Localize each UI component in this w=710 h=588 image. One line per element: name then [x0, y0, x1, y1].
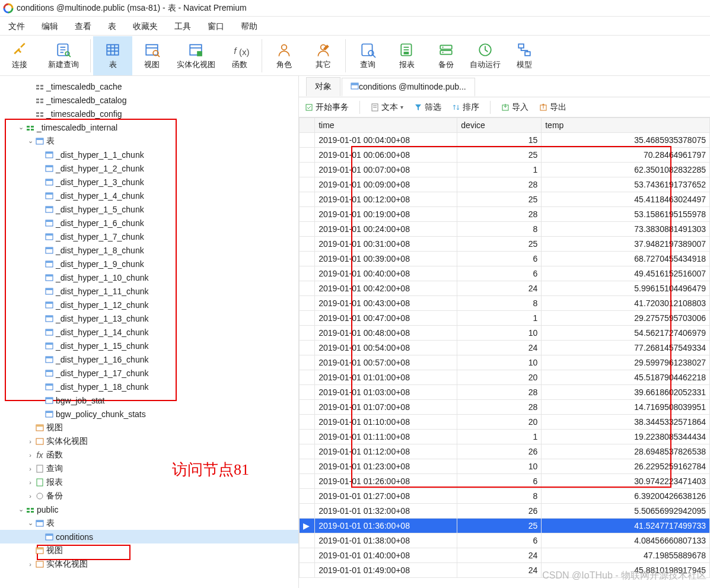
- table-row[interactable]: 2019-01-01 01:11:00+08119.2238085344434: [300, 430, 710, 444]
- schema-internal[interactable]: ⌄_timescaledb_internal: [0, 120, 298, 134]
- public-tables-folder[interactable]: ⌄表: [0, 516, 298, 530]
- filter-button[interactable]: 筛选: [412, 102, 444, 113]
- table-row[interactable]: 2019-01-01 00:24:00+08873.3830881491303: [300, 222, 710, 237]
- text-button[interactable]: 文本▾: [368, 102, 406, 113]
- sort-button[interactable]: 排序: [450, 102, 482, 113]
- object-tree[interactable]: 访问节点81 _timescaledb_cache_timescaledb_ca…: [0, 76, 299, 588]
- table-row[interactable]: 2019-01-01 00:06:00+082570.28464961797: [300, 148, 710, 163]
- table-_dist_hyper_1_9_chunk[interactable]: _dist_hyper_1_9_chunk: [0, 257, 298, 271]
- toolbar-other[interactable]: 其它: [304, 36, 343, 75]
- table-row[interactable]: 2019-01-01 00:07:00+08162.3501082832285: [300, 163, 710, 177]
- begin-transaction-button[interactable]: 开始事务: [303, 102, 351, 113]
- table-row[interactable]: 2019-01-01 01:23:00+081026.2295259162784: [300, 459, 710, 474]
- table-row[interactable]: 2019-01-01 00:19:00+082853.1586195155978: [300, 207, 710, 222]
- toolbar-newquery[interactable]: 新建查询: [39, 36, 88, 75]
- tables-folder[interactable]: ⌄表: [0, 134, 298, 148]
- table-row[interactable]: 2019-01-01 00:39:00+08668.7270455434918: [300, 252, 710, 266]
- table-row[interactable]: 2019-01-01 00:31:00+082537.9482197389007: [300, 237, 710, 252]
- table-_dist_hyper_1_5_chunk[interactable]: _dist_hyper_1_5_chunk: [0, 202, 298, 216]
- table-row[interactable]: 2019-01-01 00:42:00+08245.99615104496479: [300, 281, 710, 296]
- menubar[interactable]: 文件编辑查看表收藏夹工具窗口帮助: [0, 17, 710, 36]
- menu-窗口[interactable]: 窗口: [199, 17, 233, 36]
- table-row[interactable]: 2019-01-01 01:49:00+082445.8810198917945: [300, 563, 710, 578]
- menu-文件[interactable]: 文件: [0, 17, 33, 36]
- toolbar-matview[interactable]: 实体化视图: [171, 36, 220, 75]
- table-_dist_hyper_1_3_chunk[interactable]: _dist_hyper_1_3_chunk: [0, 175, 298, 189]
- schema-_timescaledb_cache[interactable]: _timescaledb_cache: [0, 80, 298, 93]
- table-row[interactable]: 2019-01-01 00:40:00+08649.4516152516007: [300, 266, 710, 281]
- table-row[interactable]: ▶2019-01-01 01:36:00+082541.524771749973…: [300, 519, 710, 533]
- data-grid[interactable]: timedevicetemp2019-01-01 00:04:00+081535…: [299, 117, 710, 588]
- public-matviews[interactable]: ›实体化视图: [0, 557, 298, 571]
- table-conditions[interactable]: conditions: [0, 530, 298, 543]
- table-_dist_hyper_1_7_chunk[interactable]: _dist_hyper_1_7_chunk: [0, 230, 298, 243]
- tab-conditions[interactable]: conditions @multinode.pub...: [342, 78, 475, 97]
- toolbar-query[interactable]: 查询: [348, 36, 387, 75]
- menu-编辑[interactable]: 编辑: [33, 17, 66, 36]
- export-button[interactable]: 导出: [537, 102, 569, 113]
- matviews-folder[interactable]: ›实体化视图: [0, 434, 298, 448]
- schema-_timescaledb_catalog[interactable]: _timescaledb_catalog: [0, 93, 298, 107]
- table-_dist_hyper_1_10_chunk[interactable]: _dist_hyper_1_10_chunk: [0, 271, 298, 284]
- import-button[interactable]: 导入: [499, 102, 531, 113]
- table-_dist_hyper_1_12_chunk[interactable]: _dist_hyper_1_12_chunk: [0, 298, 298, 312]
- table-row[interactable]: 2019-01-01 00:54:00+082477.2681457549334: [300, 341, 710, 355]
- menu-表[interactable]: 表: [100, 17, 125, 36]
- table-row[interactable]: 2019-01-01 01:26:00+08630.9742223471403: [300, 474, 710, 489]
- table-_dist_hyper_1_4_chunk[interactable]: _dist_hyper_1_4_chunk: [0, 189, 298, 202]
- table-_dist_hyper_1_15_chunk[interactable]: _dist_hyper_1_15_chunk: [0, 339, 298, 352]
- table-_dist_hyper_1_18_chunk[interactable]: _dist_hyper_1_18_chunk: [0, 380, 298, 393]
- table-row[interactable]: 2019-01-01 01:03:00+082839.6618602052331: [300, 385, 710, 400]
- toolbar-model[interactable]: 模型: [505, 36, 544, 75]
- tab-objects[interactable]: 对象: [306, 77, 340, 96]
- table-row[interactable]: 2019-01-01 00:43:00+08841.7203012108803: [300, 296, 710, 311]
- table-row[interactable]: 2019-01-01 01:07:00+082814.7169508039951: [300, 400, 710, 415]
- table-row[interactable]: 2019-01-01 00:57:00+081029.5997961238027: [300, 355, 710, 370]
- schema-_timescaledb_config[interactable]: _timescaledb_config: [0, 107, 298, 120]
- table-row[interactable]: 2019-01-01 00:09:00+082853.7436191737652: [300, 177, 710, 192]
- queries-folder[interactable]: ›查询: [0, 462, 298, 475]
- schema-public[interactable]: ⌄public: [0, 503, 298, 516]
- toolbar-report[interactable]: 报表: [387, 36, 426, 75]
- table-_dist_hyper_1_8_chunk[interactable]: _dist_hyper_1_8_chunk: [0, 243, 298, 257]
- public-views[interactable]: 视图: [0, 543, 298, 557]
- table-row[interactable]: 2019-01-01 00:48:00+081054.5621727406979: [300, 326, 710, 341]
- table-row[interactable]: 2019-01-01 01:10:00+082038.3445332571864: [300, 415, 710, 430]
- menu-收藏夹[interactable]: 收藏夹: [125, 17, 166, 36]
- table-row[interactable]: 2019-01-01 01:01:00+082045.5187904462218: [300, 370, 710, 385]
- table-_dist_hyper_1_11_chunk[interactable]: _dist_hyper_1_11_chunk: [0, 284, 298, 298]
- table-_dist_hyper_1_16_chunk[interactable]: _dist_hyper_1_16_chunk: [0, 352, 298, 366]
- col-temp[interactable]: temp: [542, 118, 710, 133]
- col-time[interactable]: time: [315, 118, 457, 133]
- table-_dist_hyper_1_2_chunk[interactable]: _dist_hyper_1_2_chunk: [0, 161, 298, 175]
- backups-folder[interactable]: ›备份: [0, 489, 298, 503]
- functions-folder[interactable]: ›fx函数: [0, 448, 298, 462]
- table-_dist_hyper_1_13_chunk[interactable]: _dist_hyper_1_13_chunk: [0, 312, 298, 325]
- reports-folder[interactable]: ›报表: [0, 475, 298, 489]
- toolbar-autorun[interactable]: 自动运行: [466, 36, 505, 75]
- table-row[interactable]: 2019-01-01 01:40:00+082447.19855889678: [300, 548, 710, 563]
- table-row[interactable]: 2019-01-01 00:04:00+081535.4685935378075: [300, 133, 710, 148]
- table-row[interactable]: 2019-01-01 01:32:00+08265.50656992942095: [300, 504, 710, 519]
- table-row[interactable]: 2019-01-01 01:27:00+0886.39200426638126: [300, 489, 710, 504]
- table-row[interactable]: 2019-01-01 00:47:00+08129.2757595703006: [300, 311, 710, 326]
- table-_dist_hyper_1_17_chunk[interactable]: _dist_hyper_1_17_chunk: [0, 366, 298, 380]
- col-device[interactable]: device: [457, 118, 542, 133]
- menu-查看[interactable]: 查看: [66, 17, 100, 36]
- toolbar-table[interactable]: 表: [93, 36, 132, 75]
- table-bgw_policy_chunk_stats[interactable]: bgw_policy_chunk_stats: [0, 407, 298, 421]
- toolbar-backup[interactable]: 备份: [426, 36, 466, 75]
- views-folder[interactable]: 视图: [0, 421, 298, 434]
- table-bgw_job_stat[interactable]: bgw_job_stat: [0, 393, 298, 407]
- table-row[interactable]: 2019-01-01 01:38:00+0864.08456660807133: [300, 533, 710, 548]
- toolbar-role[interactable]: 角色: [265, 36, 304, 75]
- menu-帮助[interactable]: 帮助: [233, 17, 266, 36]
- table-row[interactable]: 2019-01-01 00:12:00+082545.4118463024497: [300, 192, 710, 207]
- table-_dist_hyper_1_14_chunk[interactable]: _dist_hyper_1_14_chunk: [0, 325, 298, 339]
- toolbar-view[interactable]: 视图: [132, 36, 171, 75]
- toolbar-connect[interactable]: 连接: [0, 36, 39, 75]
- toolbar-func[interactable]: f(x)函数: [220, 36, 259, 75]
- table-row[interactable]: 2019-01-01 01:12:00+082628.6948537826538: [300, 444, 710, 459]
- menu-工具[interactable]: 工具: [166, 17, 199, 36]
- table-_dist_hyper_1_1_chunk[interactable]: _dist_hyper_1_1_chunk: [0, 148, 298, 161]
